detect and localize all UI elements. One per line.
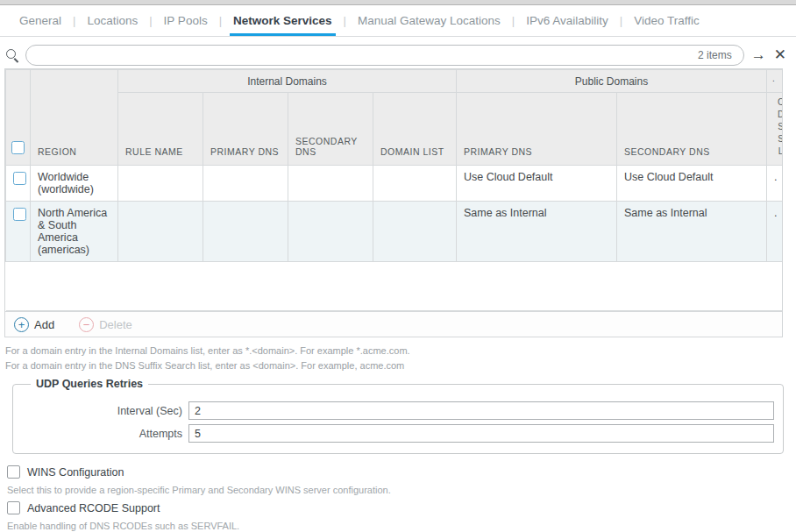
search-bar: 2 items → ✕ xyxy=(5,43,787,67)
udp-queries-retries-legend: UDP Queries Retries xyxy=(31,378,148,390)
table-row[interactable]: North America & South America (americas)… xyxy=(6,202,783,262)
select-all-checkbox[interactable] xyxy=(11,141,25,154)
wins-configuration-help: Select this to provide a region-specific… xyxy=(7,485,796,495)
wins-configuration-checkbox[interactable] xyxy=(7,465,20,479)
delete-button[interactable]: − Delete xyxy=(79,317,132,332)
row-checkbox-cell xyxy=(6,166,31,202)
table-toolbar: + Add − Delete xyxy=(5,311,782,337)
col-header-domain-list[interactable]: DOMAIN LIST xyxy=(373,93,457,166)
internal-primary-dns-cell xyxy=(203,202,288,262)
col-header-region[interactable]: REGION xyxy=(31,70,118,166)
search-input[interactable] xyxy=(25,45,744,66)
col-header-public-secondary-dns[interactable]: SECONDARY DNS xyxy=(617,93,767,166)
row-checkbox-cell xyxy=(6,202,31,262)
col-header-truncated: C D S S L xyxy=(767,93,782,166)
attempts-label: Attempts xyxy=(22,428,188,440)
region-cell: North America & South America (americas) xyxy=(31,202,118,262)
attempts-field[interactable] xyxy=(188,424,774,443)
public-primary-dns-cell: Use Cloud Default xyxy=(457,166,617,202)
row-checkbox[interactable] xyxy=(13,172,26,185)
domain-list-cell xyxy=(373,166,457,202)
tab-ip-pools[interactable]: IP Pools xyxy=(160,14,211,36)
tab-separator: | xyxy=(141,14,160,36)
domain-list-cell xyxy=(373,202,457,262)
udp-queries-retries-section: UDP Queries Retries Interval (Sec) Attem… xyxy=(12,378,784,454)
internal-secondary-dns-cell xyxy=(288,166,373,202)
tab-separator: | xyxy=(211,14,230,36)
tab-ipv6-availability[interactable]: IPv6 Availability xyxy=(522,14,612,36)
public-secondary-dns-cell: Use Cloud Default xyxy=(617,166,767,202)
tab-network-services[interactable]: Network Services xyxy=(230,14,336,36)
tab-bar: General | Locations | IP Pools | Network… xyxy=(0,5,796,37)
advanced-rcode-label[interactable]: Advanced RCODE Support xyxy=(27,502,160,514)
delete-icon: − xyxy=(79,317,94,332)
add-button-label: Add xyxy=(34,318,54,331)
wins-configuration-label[interactable]: WINS Configuration xyxy=(27,466,124,479)
search-icon xyxy=(5,48,19,62)
item-count-badge: 2 items xyxy=(698,49,732,61)
table-row[interactable]: Worldwide (worldwide) Use Cloud Default … xyxy=(6,166,783,202)
truncated-cell: . xyxy=(767,202,782,262)
tab-separator: | xyxy=(612,14,630,36)
tab-manual-gateway-locations[interactable]: Manual Gateway Locations xyxy=(354,14,504,36)
group-header-internal-domains: Internal Domains xyxy=(118,70,457,93)
public-primary-dns-cell: Same as Internal xyxy=(457,202,617,262)
region-cell: Worldwide (worldwide) xyxy=(31,166,118,202)
close-icon[interactable]: ✕ xyxy=(773,47,787,62)
wins-configuration-row: WINS Configuration xyxy=(7,465,796,479)
tab-locations[interactable]: Locations xyxy=(83,14,141,36)
help-note-internal-domains: For a domain entry in the Internal Domai… xyxy=(5,344,796,358)
tab-separator: | xyxy=(65,14,83,36)
advanced-rcode-help: Enable handling of DNS RCODEs such as SE… xyxy=(7,521,796,531)
col-header-rule-name[interactable]: RULE NAME xyxy=(118,93,203,166)
rule-name-cell xyxy=(118,202,203,262)
advanced-rcode-row: Advanced RCODE Support xyxy=(7,501,796,514)
add-icon: + xyxy=(14,317,29,332)
add-button[interactable]: + Add xyxy=(14,317,54,332)
delete-button-label: Delete xyxy=(99,318,132,331)
tab-general[interactable]: General xyxy=(16,14,65,36)
rule-name-cell xyxy=(118,166,203,202)
select-all-cell xyxy=(6,70,31,166)
truncated-cell: . xyxy=(767,166,782,202)
row-checkbox[interactable] xyxy=(13,208,26,221)
tab-separator: | xyxy=(336,14,354,36)
table-empty-area xyxy=(6,262,783,311)
interval-label: Interval (Sec) xyxy=(22,405,188,417)
public-secondary-dns-cell: Same as Internal xyxy=(617,202,767,262)
internal-primary-dns-cell xyxy=(203,166,288,202)
col-header-public-primary-dns[interactable]: PRIMARY DNS xyxy=(457,93,617,166)
col-header-internal-primary-dns[interactable]: PRIMARY DNS xyxy=(203,93,288,166)
group-header-public-domains: Public Domains xyxy=(457,70,767,93)
internal-secondary-dns-cell xyxy=(288,202,373,262)
col-header-internal-secondary-dns[interactable]: SECONDARY DNS xyxy=(288,93,373,166)
help-notes: For a domain entry in the Internal Domai… xyxy=(5,344,796,373)
group-header-truncated: . xyxy=(767,70,782,93)
arrow-right-icon[interactable]: → xyxy=(750,47,767,62)
network-services-table: REGION Internal Domains Public Domains .… xyxy=(4,68,783,337)
help-note-dns-suffix: For a domain entry in the DNS Suffix Sea… xyxy=(5,358,796,373)
interval-field[interactable] xyxy=(188,401,774,420)
tab-separator: | xyxy=(504,14,522,36)
tab-video-traffic[interactable]: Video Traffic xyxy=(630,14,703,36)
advanced-rcode-checkbox[interactable] xyxy=(7,501,20,514)
